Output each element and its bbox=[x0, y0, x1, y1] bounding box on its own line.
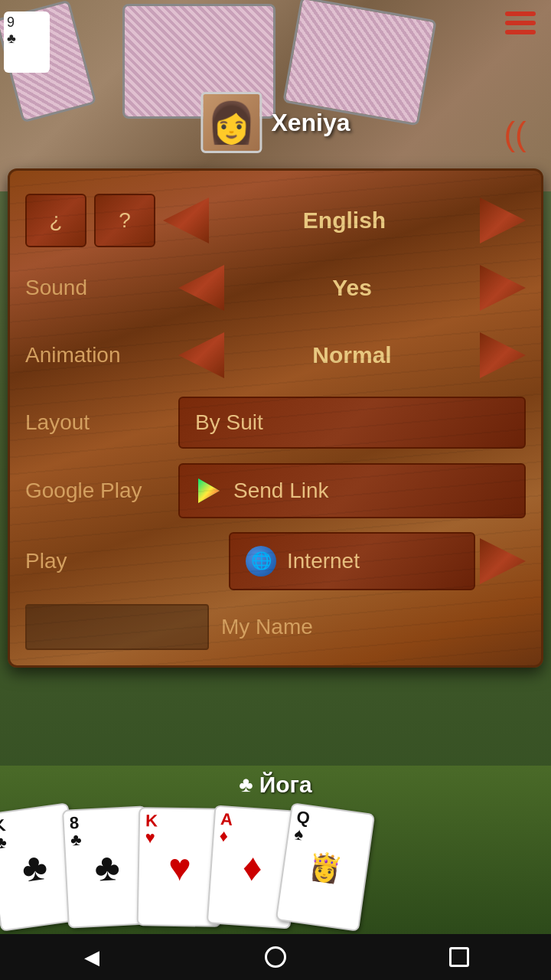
back-button[interactable]: ◀ bbox=[73, 938, 111, 976]
language-prev-btn[interactable] bbox=[163, 198, 209, 243]
my-name-row: My Name bbox=[25, 604, 526, 650]
google-play-icon bbox=[195, 477, 223, 505]
google-play-label: Google Play bbox=[25, 479, 178, 503]
sound-prev-btn[interactable] bbox=[178, 265, 224, 311]
sound-row: Sound Yes bbox=[25, 261, 526, 315]
play-control: 🌐 Internet bbox=[178, 532, 526, 590]
bottom-cards: K ♣ ♣ 8 ♣ ♣ K ♥ ♥ A ♦ ♦ Q ♠ 👸 bbox=[0, 808, 367, 926]
internet-button[interactable]: 🌐 Internet bbox=[229, 532, 475, 590]
google-play-row: Google Play bbox=[25, 463, 526, 518]
sound-control: Yes bbox=[178, 265, 526, 311]
android-nav-bar: ◀ bbox=[0, 934, 551, 980]
animation-value: Normal bbox=[229, 342, 475, 368]
play-label: Play bbox=[25, 549, 178, 573]
settings-panel: ¿ ? English Sound Yes Animation Normal L… bbox=[8, 168, 543, 668]
language-next-btn[interactable] bbox=[480, 198, 526, 243]
layout-button[interactable]: By Suit bbox=[178, 397, 526, 449]
menu-line-3 bbox=[505, 30, 536, 34]
home-circle-icon bbox=[265, 946, 286, 968]
top-player-area: 👩 Xeniya bbox=[201, 92, 350, 153]
sound-next-btn[interactable] bbox=[480, 265, 526, 311]
sound-label: Sound bbox=[25, 276, 178, 300]
card-queen-spades: Q ♠ 👸 bbox=[276, 802, 376, 932]
recent-button[interactable] bbox=[440, 938, 478, 976]
layout-row: Layout By Suit bbox=[25, 396, 526, 449]
yoga-name: Йога bbox=[259, 772, 312, 798]
layout-label: Layout bbox=[25, 410, 178, 435]
menu-line-2 bbox=[505, 21, 536, 25]
bottom-player-label: ♣ Йога bbox=[0, 766, 551, 798]
language-control: English bbox=[163, 198, 526, 243]
help-icon-btn-1[interactable]: ¿ bbox=[25, 194, 86, 247]
yoga-suit: ♣ bbox=[239, 773, 253, 797]
animation-control: Normal bbox=[178, 332, 526, 378]
my-name-input[interactable] bbox=[25, 604, 209, 650]
play-row: Play 🌐 Internet bbox=[25, 532, 526, 590]
home-button[interactable] bbox=[256, 938, 295, 976]
animation-next-btn[interactable] bbox=[480, 332, 526, 378]
nine-of-clubs-card: 9♣ bbox=[4, 11, 50, 73]
animation-row: Animation Normal bbox=[25, 328, 526, 382]
menu-icon[interactable] bbox=[505, 11, 536, 34]
svg-marker-1 bbox=[198, 479, 220, 503]
help-icon-btn-2[interactable]: ? bbox=[94, 194, 155, 247]
sound-value: Yes bbox=[229, 275, 475, 301]
internet-next-btn[interactable] bbox=[480, 538, 526, 584]
animation-prev-btn[interactable] bbox=[178, 332, 224, 378]
send-link-button[interactable]: Send Link bbox=[178, 463, 526, 518]
my-name-label: My Name bbox=[221, 615, 313, 639]
player-name-top: Xeniya bbox=[271, 109, 350, 137]
avatar: 👩 bbox=[201, 92, 262, 153]
play-prev-spacer bbox=[178, 538, 224, 584]
language-value: English bbox=[214, 207, 475, 234]
top-buttons-row: ¿ ? English bbox=[25, 194, 526, 247]
animation-label: Animation bbox=[25, 343, 178, 368]
globe-icon: 🌐 bbox=[246, 546, 276, 577]
sound-icon[interactable]: (( bbox=[504, 115, 536, 153]
recent-square-icon bbox=[449, 947, 469, 967]
bottom-game-area: ♣ Йога K ♣ ♣ 8 ♣ ♣ K ♥ ♥ A ♦ ♦ Q ♠ 👸 bbox=[0, 766, 551, 934]
menu-line-1 bbox=[505, 11, 536, 16]
